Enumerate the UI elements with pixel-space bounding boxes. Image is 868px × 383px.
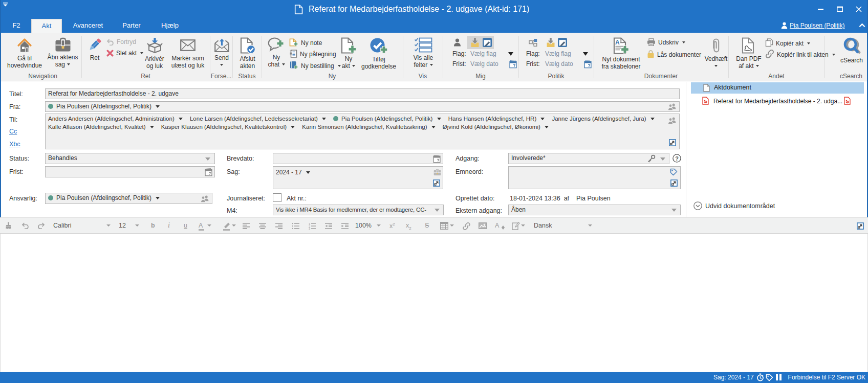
svg-text:3: 3 [309,227,310,230]
svg-text:A: A [615,39,620,46]
svg-text:?: ? [675,155,679,162]
